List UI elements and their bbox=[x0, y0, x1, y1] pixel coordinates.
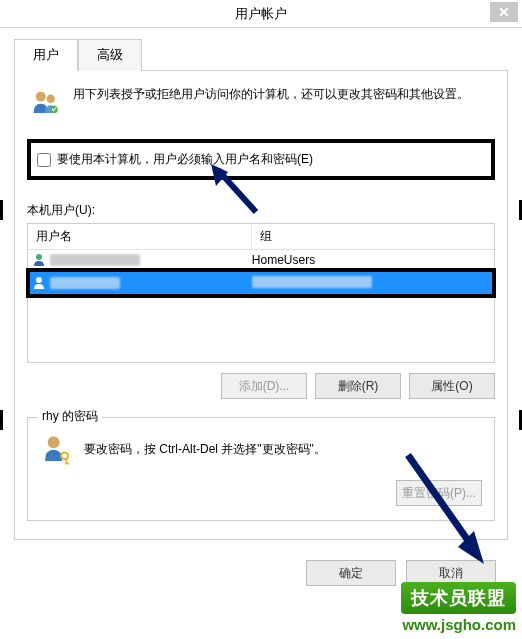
table-header: 用户名 组 bbox=[28, 224, 494, 250]
ok-button[interactable]: 确定 bbox=[306, 560, 396, 586]
reset-password-button[interactable]: 重置密码(P)... bbox=[396, 480, 482, 506]
require-login-checkbox[interactable] bbox=[37, 153, 51, 167]
redacted-username bbox=[50, 254, 140, 266]
col-header-group[interactable]: 组 bbox=[252, 224, 494, 249]
window-title: 用户帐户 bbox=[235, 5, 287, 23]
user-buttons-row: 添加(D)... 删除(R) 属性(O) bbox=[27, 373, 495, 399]
dialog-body: 用户 高级 用下列表授予或拒绝用户访问你的计算机，还可以更改其密码和其他设置。 … bbox=[0, 28, 522, 600]
tab-user[interactable]: 用户 bbox=[14, 39, 78, 71]
require-login-row: 要使用本计算机，用户必须输入用户名和密码(E) bbox=[27, 139, 495, 180]
col-header-username[interactable]: 用户名 bbox=[28, 224, 252, 249]
tabs: 用户 高级 bbox=[14, 38, 508, 71]
users-list-label: 本机用户(U): bbox=[27, 202, 495, 219]
tab-advanced[interactable]: 高级 bbox=[78, 39, 142, 71]
password-group: rhy 的密码 要改密码，按 Ctrl-Alt-Del 并选择"更改密码"。 重… bbox=[27, 417, 495, 521]
password-info-text: 要改密码，按 Ctrl-Alt-Del 并选择"更改密码"。 bbox=[84, 441, 326, 458]
user-icon bbox=[32, 276, 46, 290]
svg-point-1 bbox=[46, 95, 55, 104]
user-table: 用户名 组 HomeUsers bbox=[27, 223, 495, 363]
info-text: 用下列表授予或拒绝用户访问你的计算机，还可以更改其密码和其他设置。 bbox=[73, 85, 495, 104]
svg-point-4 bbox=[36, 277, 42, 283]
tab-content-user: 用下列表授予或拒绝用户访问你的计算机，还可以更改其密码和其他设置。 要使用本计算… bbox=[14, 71, 508, 540]
password-info-row: 要改密码，按 Ctrl-Alt-Del 并选择"更改密码"。 bbox=[40, 432, 482, 466]
table-body: HomeUsers bbox=[28, 250, 494, 296]
close-button[interactable]: ✕ bbox=[490, 2, 518, 22]
users-icon bbox=[27, 85, 63, 121]
password-group-legend: rhy 的密码 bbox=[38, 408, 102, 425]
info-row: 用下列表授予或拒绝用户访问你的计算机，还可以更改其密码和其他设置。 bbox=[27, 85, 495, 121]
require-login-label[interactable]: 要使用本计算机，用户必须输入用户名和密码(E) bbox=[57, 151, 313, 168]
svg-point-0 bbox=[36, 92, 46, 102]
user-icon bbox=[32, 253, 46, 267]
properties-button[interactable]: 属性(O) bbox=[409, 373, 495, 399]
watermark: 技术员联盟 www.jsgho.com bbox=[401, 582, 516, 633]
table-row[interactable]: HomeUsers bbox=[28, 250, 494, 270]
cell-group: HomeUsers bbox=[252, 253, 490, 267]
svg-point-5 bbox=[48, 436, 60, 448]
watermark-banner: 技术员联盟 bbox=[401, 582, 516, 614]
remove-button[interactable]: 删除(R) bbox=[315, 373, 401, 399]
svg-rect-8 bbox=[66, 463, 69, 465]
svg-point-6 bbox=[61, 452, 68, 459]
svg-point-3 bbox=[36, 254, 42, 260]
table-row[interactable] bbox=[28, 270, 494, 296]
titlebar: 用户帐户 ✕ bbox=[0, 0, 522, 28]
add-button[interactable]: 添加(D)... bbox=[221, 373, 307, 399]
watermark-url: www.jsgho.com bbox=[402, 616, 516, 633]
edge-tick bbox=[0, 410, 3, 430]
redacted-group bbox=[252, 276, 372, 288]
edge-tick bbox=[0, 200, 3, 220]
redacted-username bbox=[50, 277, 120, 289]
key-user-icon bbox=[40, 432, 74, 466]
